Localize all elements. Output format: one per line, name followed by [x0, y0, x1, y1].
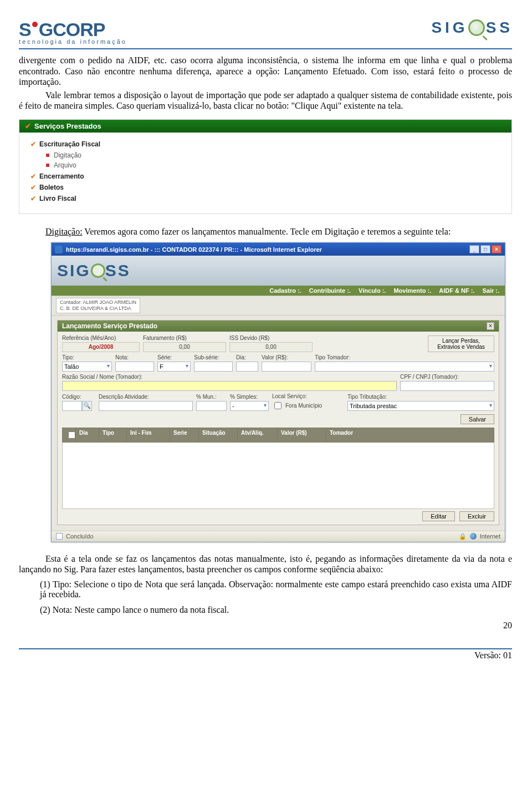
- sidebar-screenshot: Serviços Prestados Escrituração Fiscal D…: [19, 119, 512, 214]
- nota-input[interactable]: [115, 362, 154, 372]
- magnify-icon: [468, 19, 485, 36]
- grid-col-inifim: Ini - Fim: [127, 428, 170, 442]
- sidebar-subitem-digitacao[interactable]: Digitação: [46, 151, 506, 159]
- fat-label: Faturamento (R$): [143, 335, 226, 341]
- panel-close-button[interactable]: ×: [487, 322, 494, 330]
- menu-vinculo[interactable]: Vínculo :.: [359, 287, 386, 294]
- page-number: 20: [19, 621, 512, 631]
- cpfcnpj-input[interactable]: [400, 381, 494, 391]
- cpfcnpj-label: CPF / CNPJ (Tomador):: [400, 374, 494, 380]
- sidebar-item-encerramento[interactable]: Encerramento: [30, 172, 506, 180]
- menu-movimento[interactable]: Movimento :.: [393, 287, 431, 294]
- lock-icon: 🔒: [459, 533, 467, 540]
- grid-col-check[interactable]: [63, 428, 76, 442]
- list-item-2: (2) Nota: Neste campo lance o numero da …: [40, 605, 512, 615]
- page-footer: Versão: 01: [19, 648, 512, 660]
- grid-col-tipo: Tipo: [99, 428, 127, 442]
- razao-input[interactable]: [62, 381, 397, 391]
- perdas-button[interactable]: Lançar Perdas, Extravios e Vendas: [428, 336, 494, 352]
- logo-right: SIG SS: [431, 19, 512, 37]
- magnify-icon: [91, 263, 105, 278]
- serie-select[interactable]: [157, 362, 191, 372]
- razao-label: Razão Social / Nome (Tomador):: [62, 374, 397, 380]
- codigo-label: Código:: [62, 394, 95, 400]
- desc-input[interactable]: [99, 401, 193, 411]
- paragraph-3-lead: Digitação:: [45, 227, 83, 236]
- tipo-select[interactable]: [62, 362, 112, 372]
- main-menu: Cadastro :. Contribuinte :. Vínculo :. M…: [52, 286, 505, 296]
- user-strip: Contador: ALMIR JOAO ARMELIN C. B. DE OL…: [52, 296, 505, 316]
- grid-header: Dia Tipo Ini - Fim Serie Situação Atv/Al…: [62, 428, 494, 443]
- menu-sair[interactable]: Sair :.: [482, 287, 499, 294]
- dia-input[interactable]: [236, 362, 258, 372]
- numbered-list: (1) Tipo: Selecione o tipo de Nota que s…: [40, 580, 512, 615]
- maximize-button[interactable]: □: [480, 245, 490, 253]
- nota-label: Nota:: [115, 354, 154, 360]
- tipo-label: Tipo:: [62, 354, 112, 360]
- valor-label: Valor (R$):: [262, 354, 311, 360]
- psim-label: % Simples:: [230, 394, 269, 400]
- psim-select[interactable]: [230, 401, 269, 411]
- dia-label: Dia:: [236, 354, 258, 360]
- subserie-input[interactable]: [194, 362, 233, 372]
- serie-label: Série:: [157, 354, 191, 360]
- grid-checkall[interactable]: [68, 431, 75, 439]
- user-line1: Contador: ALMIR JOAO ARMELIN: [60, 299, 136, 306]
- grid-col-serie: Serie: [170, 428, 199, 442]
- minimize-button[interactable]: _: [469, 245, 479, 253]
- grid-col-valor: Valor (R$): [278, 428, 326, 442]
- pmun-input[interactable]: [196, 401, 227, 411]
- globe-icon: [470, 533, 477, 540]
- iss-label: ISS Devido (R$): [229, 335, 313, 341]
- paragraph-1: divergente com o pedido na AIDF, etc. ca…: [19, 55, 512, 88]
- sidebar-title: Serviços Prestados: [19, 120, 511, 133]
- salvar-button[interactable]: Salvar: [461, 414, 494, 424]
- tipotrib-select[interactable]: [347, 401, 494, 411]
- sidebar-subitem-arquivo[interactable]: Arquivo: [46, 161, 506, 169]
- desc-label: Descrição Atividade:: [99, 394, 193, 400]
- user-line2: C. B. DE OLIVEIRA & CIA LTDA: [60, 306, 136, 312]
- paragraph-4: Esta é a tela onde se faz os lançamentos…: [19, 553, 512, 575]
- page-header: SGCORP tecnologia da informação SIG SS: [19, 19, 512, 49]
- menu-contribuinte[interactable]: Contribuinte :.: [309, 287, 351, 294]
- sidebar-item-livro[interactable]: Livro Fiscal: [30, 195, 506, 202]
- fat-value: 0,00: [143, 342, 226, 352]
- panel-lancamento: Lançamento Serviço Prestado × Referência…: [57, 320, 499, 525]
- panel-title-text: Lançamento Serviço Prestado: [62, 322, 157, 330]
- brand-left-tag: tecnologia da informação: [19, 38, 127, 45]
- paragraph-3: Digitação: Veremos agora como fazer os l…: [19, 226, 512, 237]
- codigo-input[interactable]: [62, 401, 82, 411]
- excluir-button[interactable]: Excluir: [459, 511, 494, 521]
- brand-left: SGCORP: [19, 19, 127, 40]
- sidebar-item-boletos[interactable]: Boletos: [30, 184, 506, 191]
- close-button[interactable]: ×: [492, 245, 502, 253]
- iss-value: 0,00: [229, 342, 313, 352]
- tipotrib-label: Tipo Tributação:: [347, 394, 494, 400]
- window-titlebar: https://sarandi.sigiss.com.br - ::: CONT…: [52, 243, 505, 256]
- editar-button[interactable]: Editar: [422, 511, 455, 521]
- menu-cadastro[interactable]: Cadastro :.: [269, 287, 301, 294]
- paragraph-3-rest: Veremos agora como fazer os lançamentos …: [83, 227, 451, 236]
- tipotom-select[interactable]: [315, 362, 494, 372]
- grid-col-dia: Dia: [76, 428, 99, 442]
- user-card: Contador: ALMIR JOAO ARMELIN C. B. DE OL…: [56, 298, 140, 313]
- grid-col-tomador: Tomador: [326, 428, 494, 442]
- pmun-label: % Mun.:: [196, 394, 227, 400]
- grid-body[interactable]: [62, 443, 494, 509]
- app-header: SIG SS: [52, 256, 505, 286]
- app-window: https://sarandi.sigiss.com.br - ::: CONT…: [51, 242, 505, 542]
- sidebar-item-escrituracao[interactable]: Escrituração Fiscal: [30, 140, 506, 148]
- fora-checkbox[interactable]: [274, 402, 282, 409]
- valor-input[interactable]: [262, 362, 311, 372]
- paragraph-2: Vale lembrar temos a disposição o layout…: [19, 90, 512, 111]
- fora-label: Fora Município: [285, 403, 322, 409]
- menu-aidf[interactable]: AIDF & NF :.: [439, 287, 474, 294]
- page-icon: [56, 533, 63, 540]
- status-text: Concluído: [66, 533, 94, 540]
- ref-label: Referência (Mês/Ano): [62, 335, 140, 341]
- subserie-label: Sub-série:: [194, 354, 233, 360]
- search-icon[interactable]: 🔍: [82, 401, 92, 411]
- list-item-1: (1) Tipo: Selecione o tipo de Nota que s…: [40, 580, 512, 599]
- window-title-text: https://sarandi.sigiss.com.br - ::: CONT…: [66, 246, 322, 253]
- ref-value: Ago/2008: [62, 342, 140, 352]
